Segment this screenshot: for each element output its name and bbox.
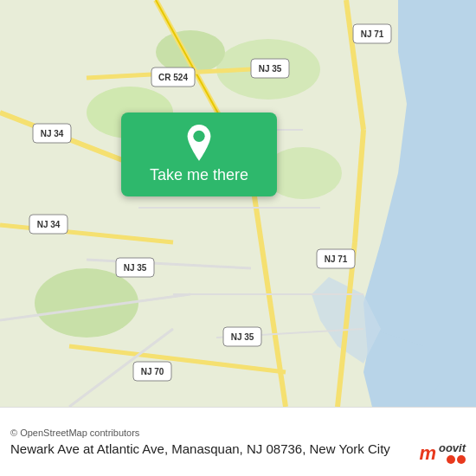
city-text: New York City — [310, 441, 390, 456]
svg-text:NJ 71: NJ 71 — [361, 29, 384, 39]
moovit-logo: m oovit — [419, 441, 466, 466]
attribution-text: © OpenStreetMap contributors — [10, 428, 139, 438]
svg-text:NJ 35: NJ 35 — [231, 332, 254, 342]
svg-text:NJ 35: NJ 35 — [259, 64, 282, 74]
svg-text:NJ 71: NJ 71 — [325, 254, 348, 264]
svg-text:CR 524: CR 524 — [158, 73, 188, 82]
take-me-there-label: Take me there — [150, 166, 248, 184]
svg-text:NJ 70: NJ 70 — [141, 367, 164, 376]
footer: © OpenStreetMap contributors Newark Ave … — [0, 407, 476, 476]
take-me-there-button[interactable]: Take me there — [121, 113, 277, 196]
address-block: Newark Ave at Atlantic Ave, Manasquan, N… — [10, 441, 390, 456]
map-svg: NJ 71 NJ 35 CR 524 NJ 34 NJ 34 NJ 35 NJ … — [0, 0, 476, 407]
footer-row: Newark Ave at Atlantic Ave, Manasquan, N… — [10, 441, 466, 456]
moovit-text: oovit — [439, 441, 466, 454]
svg-text:NJ 34: NJ 34 — [37, 220, 61, 229]
moovit-dot-2 — [457, 455, 466, 464]
map-area: NJ 71 NJ 35 CR 524 NJ 34 NJ 34 NJ 35 NJ … — [0, 0, 476, 407]
svg-point-45 — [193, 131, 204, 142]
address-text: Newark Ave at Atlantic Ave, Manasquan, N… — [10, 441, 306, 456]
svg-text:NJ 34: NJ 34 — [41, 129, 64, 138]
address-line: Newark Ave at Atlantic Ave, Manasquan, N… — [10, 441, 390, 456]
osm-attribution: © OpenStreetMap contributors — [10, 428, 466, 438]
moovit-letter: m — [419, 442, 436, 465]
moovit-dot-1 — [447, 455, 455, 464]
location-pin-icon — [183, 125, 215, 161]
svg-text:NJ 35: NJ 35 — [124, 263, 147, 273]
button-overlay: Take me there — [121, 113, 277, 196]
